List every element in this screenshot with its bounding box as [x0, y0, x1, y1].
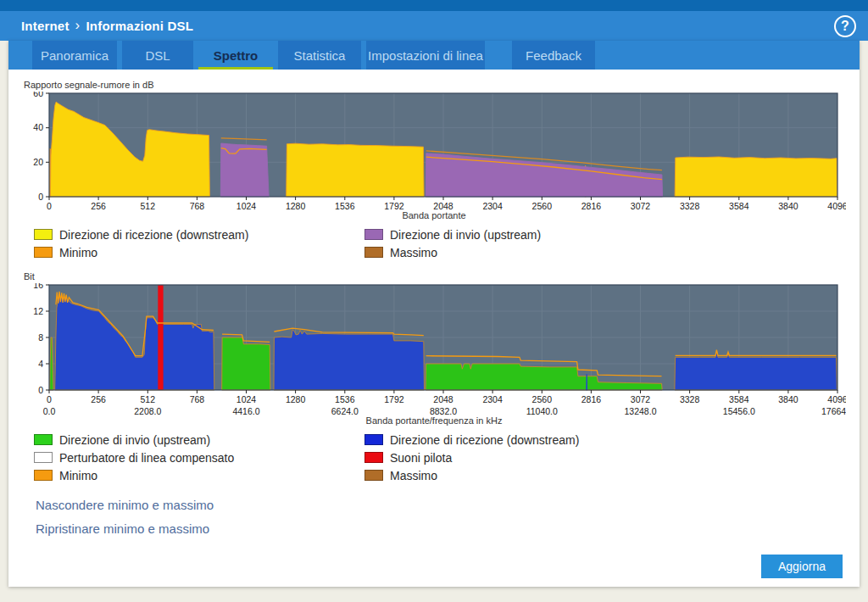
svg-text:3584: 3584	[729, 394, 749, 404]
breadcrumb-page: Informazioni DSL	[86, 19, 193, 33]
svg-text:1536: 1536	[335, 394, 355, 404]
hide-minmax-link[interactable]: Nascondere minimo e massimo	[36, 498, 846, 512]
svg-text:256: 256	[91, 394, 106, 404]
tab-dsl[interactable]: DSL	[122, 41, 193, 70]
svg-text:2048: 2048	[433, 394, 453, 404]
svg-text:256: 256	[91, 201, 106, 211]
reset-minmax-link[interactable]: Ripristinare minimo e massimo	[36, 521, 846, 536]
legend-label: Massimo	[390, 246, 437, 259]
legend-swatch-icon	[364, 247, 383, 258]
breadcrumb-section[interactable]: Internet	[21, 19, 70, 33]
snr-chart-title: Rapporto segnale-rumore in dB	[24, 80, 846, 90]
legend-swatch-icon	[364, 452, 383, 463]
legend-label: Direzione di invio (upstream)	[390, 228, 541, 242]
svg-text:2304: 2304	[482, 201, 503, 211]
legend-item: Massimo	[364, 466, 846, 484]
legend-item: Minimo	[34, 243, 364, 261]
legend-item: Direzione di invio (upstream)	[364, 226, 846, 243]
svg-text:3584: 3584	[729, 201, 749, 211]
svg-text:0: 0	[47, 201, 52, 211]
svg-text:512: 512	[141, 201, 156, 211]
svg-text:1280: 1280	[286, 394, 306, 404]
svg-text:8: 8	[38, 332, 43, 343]
legend-label: Direzione di ricezione (downstream)	[390, 433, 579, 447]
bit-chart-canvas: 0481216025651276810241280153617922048230…	[22, 283, 846, 419]
legend-item: Direzione di ricezione (downstream)	[364, 431, 846, 449]
legend-label: Minimo	[59, 469, 97, 482]
svg-text:12: 12	[33, 306, 43, 316]
svg-text:4416.0: 4416.0	[232, 406, 259, 416]
legend-swatch-icon	[34, 247, 53, 258]
svg-text:40: 40	[33, 122, 43, 132]
tab-spettro[interactable]: Spettro	[198, 41, 273, 70]
legend-label: Perturbatore di linea compensato	[59, 451, 234, 465]
chevron-right-icon: ›	[75, 17, 81, 34]
tab-statistica[interactable]: Statistica	[278, 41, 361, 70]
svg-text:1792: 1792	[384, 201, 404, 211]
snr-chart-xlabel: Banda portante	[22, 210, 846, 220]
legend-swatch-icon	[364, 229, 383, 240]
refresh-button[interactable]: Aggiorna	[761, 555, 843, 578]
svg-text:0: 0	[38, 385, 43, 395]
legend-item: Minimo	[34, 466, 364, 484]
legend-swatch-icon	[364, 470, 383, 481]
svg-text:2304: 2304	[482, 394, 503, 404]
svg-text:3840: 3840	[778, 201, 798, 211]
tab-label: Feedback	[526, 48, 581, 63]
svg-text:0: 0	[47, 394, 52, 404]
legend-swatch-icon	[34, 434, 53, 445]
legend-item: Direzione di ricezione (downstream)	[34, 226, 364, 243]
svg-text:60: 60	[33, 92, 43, 98]
svg-text:768: 768	[190, 201, 205, 211]
svg-text:768: 768	[190, 394, 205, 404]
legend-swatch-icon	[34, 470, 53, 481]
legend-item: Perturbatore di linea compensato	[34, 449, 364, 466]
svg-text:1792: 1792	[384, 394, 404, 404]
legend-label: Suoni pilota	[390, 451, 452, 465]
snr-chart-canvas: 0204060025651276810241280153617922048230…	[22, 92, 846, 214]
svg-text:1024: 1024	[236, 201, 257, 211]
svg-text:4096: 4096	[827, 394, 846, 404]
svg-text:1536: 1536	[335, 201, 355, 211]
legend-item: Suoni pilota	[364, 449, 846, 466]
svg-text:1024: 1024	[236, 394, 257, 404]
legend-swatch-icon	[34, 452, 53, 463]
svg-text:3072: 3072	[631, 201, 651, 211]
svg-text:2560: 2560	[532, 394, 553, 404]
content-area: Rapporto segnale-rumore in dB 0204060025…	[8, 70, 860, 587]
tab-label: Impostazioni di linea	[368, 48, 483, 63]
svg-text:3840: 3840	[778, 394, 798, 404]
svg-text:13248.0: 13248.0	[625, 406, 657, 416]
svg-text:11040.0: 11040.0	[526, 406, 558, 416]
svg-text:15456.0: 15456.0	[723, 406, 755, 416]
svg-text:3328: 3328	[680, 201, 700, 211]
legend-label: Direzione di ricezione (downstream)	[59, 228, 248, 242]
tab-impostazioni-di-linea[interactable]: Impostazioni di linea	[366, 41, 485, 70]
svg-text:3072: 3072	[631, 394, 651, 404]
legend-item: Massimo	[364, 243, 846, 261]
svg-text:20: 20	[33, 157, 43, 167]
svg-text:1280: 1280	[286, 201, 306, 211]
tab-label: Spettro	[214, 48, 259, 63]
svg-text:3328: 3328	[680, 394, 700, 404]
legend-swatch-icon	[364, 434, 383, 445]
legend-swatch-icon	[34, 229, 53, 240]
help-icon[interactable]: ?	[834, 15, 856, 37]
legend-item: Direzione di invio (upstream)	[34, 431, 364, 449]
svg-text:2816: 2816	[581, 394, 602, 404]
svg-text:6624.0: 6624.0	[331, 406, 359, 416]
svg-text:0: 0	[38, 192, 43, 202]
svg-text:17664.0: 17664.0	[821, 406, 846, 416]
top-accent-bar	[0, 0, 868, 11]
main-card: PanoramicaDSLSpettroStatisticaImpostazio…	[8, 41, 860, 587]
svg-text:2560: 2560	[532, 201, 553, 211]
tab-panoramica[interactable]: Panoramica	[32, 41, 117, 70]
tab-label: Panoramica	[41, 48, 108, 63]
svg-text:2816: 2816	[581, 201, 602, 211]
legend-label: Massimo	[390, 469, 437, 482]
tab-label: Statistica	[294, 48, 346, 63]
minmax-links: Nascondere minimo e massimo Ripristinare…	[36, 498, 846, 536]
breadcrumb: Internet › Informazioni DSL	[21, 19, 193, 34]
tab-feedback[interactable]: Feedback	[512, 41, 595, 70]
svg-text:4096: 4096	[827, 201, 846, 211]
